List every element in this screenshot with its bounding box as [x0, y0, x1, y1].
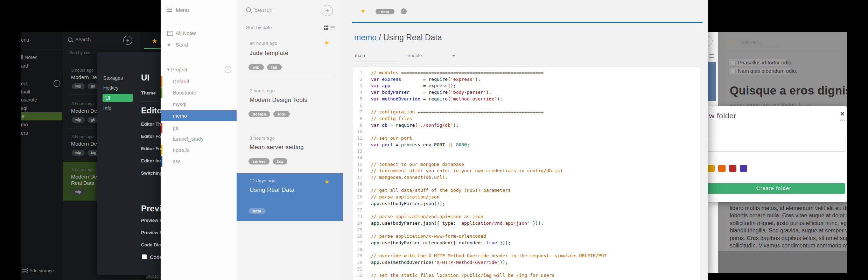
- code-line: 10: [353, 128, 700, 135]
- tab-module[interactable]: module: [406, 53, 431, 59]
- rw-header-divider: [724, 52, 847, 52]
- note-time: 12 days ago: [250, 178, 302, 184]
- note-star-icon[interactable]: ★: [324, 39, 331, 46]
- note-tags: designtool: [248, 111, 332, 118]
- settings-nav-item[interactable]: Info: [103, 105, 135, 111]
- breadcrumb-note: / Using Real Data: [377, 33, 442, 42]
- dark-new-note-button[interactable]: +: [123, 36, 132, 45]
- note-tag: tag: [273, 158, 287, 164]
- sidebar-folder-item[interactable]: laravel_study: [173, 136, 229, 142]
- modal-close-icon[interactable]: ✕: [840, 111, 846, 117]
- line-number: 22: [353, 207, 362, 214]
- note-tag: wip: [248, 64, 264, 70]
- more-options-icon[interactable]: ⋮: [706, 7, 708, 15]
- new-note-button[interactable]: +: [322, 5, 333, 16]
- dark-project-header[interactable]: ect: [21, 81, 42, 86]
- editor-tag-pill[interactable]: data: [376, 9, 394, 14]
- folder-color-bar: [161, 88, 162, 98]
- dark-folder-item[interactable]: ostnote: [21, 97, 59, 103]
- list-view-icon[interactable]: [330, 26, 335, 30]
- line-number: 23: [353, 214, 362, 220]
- line-number: 7: [353, 109, 362, 115]
- sidebar-item-all-notes[interactable]: All Notes: [176, 30, 211, 37]
- sidebar-folder-item[interactable]: Default: [173, 79, 229, 85]
- add-tag-button[interactable]: +: [401, 8, 407, 14]
- note-list: Search+Sort by datean hours ago★Jade tem…: [237, 0, 343, 280]
- dark-folder-item[interactable]: fault: [21, 89, 59, 94]
- note-card[interactable]: an hours ago★Jade templatewiptag: [237, 35, 343, 79]
- note-card[interactable]: 2 hours agoModern Design Toolsdesigntool: [237, 83, 343, 131]
- code-line: 3var app = express();: [353, 83, 700, 89]
- rw-checkbox[interactable]: [731, 69, 736, 74]
- project-collapse-icon[interactable]: [167, 69, 170, 71]
- settings-nav-item[interactable]: UI: [105, 95, 130, 101]
- dark-folder-item[interactable]: sql: [21, 105, 59, 111]
- rw-add-tag-input[interactable]: Add tag...: [741, 40, 779, 45]
- rw-checkbox[interactable]: [731, 61, 736, 65]
- sidebar-folder-item[interactable]: Boostnote: [173, 90, 229, 96]
- note-card-selected[interactable]: 12 days ago★Using Real Datadata: [237, 173, 343, 221]
- sidebar-folder-item[interactable]: git: [173, 125, 229, 131]
- dark-sidebar-item[interactable]: ard: [21, 63, 61, 69]
- folder-color-bar: [161, 123, 162, 133]
- line-number: 14: [353, 155, 362, 161]
- dark-folder-item[interactable]: mo: [21, 122, 59, 127]
- folder-color-bar: [161, 76, 162, 87]
- menu-toggle[interactable]: Menu: [176, 7, 204, 13]
- dark-sidebar-item[interactable]: ll Notes: [21, 55, 61, 61]
- editor-pane: ★data+Last updated at Jan.9, 2017 12:00⋮…: [343, 0, 708, 280]
- dark-star-icon[interactable]: ★: [152, 37, 159, 44]
- dark-header-divider: [21, 49, 161, 49]
- note-card[interactable]: 3 hours agoMean server settingservertag: [237, 131, 343, 178]
- grid-view-icon[interactable]: [324, 26, 328, 30]
- create-folder-button[interactable]: Create folder: [708, 183, 845, 194]
- dark-search-input[interactable]: Search: [75, 37, 117, 43]
- add-folder-button[interactable]: +: [225, 66, 231, 73]
- note-divider: [246, 78, 334, 78]
- line-number: 15: [353, 161, 362, 168]
- sidebar-folder-item[interactable]: mysql: [173, 102, 229, 107]
- note-star-icon[interactable]: ★: [324, 178, 331, 185]
- note-divider: [246, 129, 334, 129]
- folder-color-swatch[interactable]: [729, 165, 736, 172]
- tab-main[interactable]: main: [355, 53, 376, 59]
- dark-menu-label[interactable]: enu: [21, 37, 59, 43]
- folder-color-swatch[interactable]: [708, 165, 715, 172]
- rw-paragraph-line: sollicitudin. Vivamus condimentum commod…: [730, 243, 847, 250]
- breadcrumb-folder[interactable]: memo: [354, 33, 377, 42]
- sidebar-folder-item[interactable]: css: [173, 159, 229, 164]
- project-header[interactable]: Project: [171, 67, 199, 73]
- folder-color-swatch[interactable]: [740, 165, 747, 172]
- sidebar-item-starred[interactable]: Stard: [176, 42, 211, 48]
- search-input[interactable]: Search: [254, 7, 307, 14]
- code-line: 23// parse application/vnd.api+json as j…: [353, 214, 700, 220]
- code-checkbox[interactable]: [142, 254, 147, 259]
- add-storage-button[interactable]: Add storage: [29, 268, 64, 274]
- line-number: 20: [353, 194, 362, 201]
- line-number: 31: [353, 266, 362, 273]
- folder-name-input[interactable]: [708, 139, 846, 152]
- note-tags: servertag: [248, 158, 332, 165]
- folder-color-swatch[interactable]: [718, 165, 726, 172]
- sort-by-select[interactable]: Sort by date: [246, 25, 299, 30]
- add-snippet-tab-button[interactable]: +: [452, 52, 458, 58]
- rw-paragraph-line: sollicitudin aliquet, justo purus effici…: [730, 220, 847, 227]
- line-number: 26: [353, 233, 362, 240]
- code-editor[interactable]: 1// modules ============================…: [353, 66, 700, 280]
- rw-star-outline-icon[interactable]: ☆: [730, 38, 736, 45]
- settings-nav-item[interactable]: Storages: [103, 75, 135, 81]
- line-number: 13: [353, 148, 362, 155]
- sidebar-folder-item[interactable]: memo: [173, 113, 225, 119]
- note-tag: tool: [273, 111, 289, 117]
- dark-add-folder-button[interactable]: +: [54, 80, 60, 87]
- rw-list-view-icon[interactable]: [709, 54, 714, 58]
- dark-folder-item[interactable]: e: [22, 114, 60, 119]
- right-app-window: +☆Add tag...Phasellus id tortor odio.Nam…: [708, 32, 847, 273]
- rw-note-heading: Quisque a eros dignissim: [730, 84, 847, 99]
- sidebar-folder-item[interactable]: nodeJs: [173, 147, 229, 153]
- line-number: 4: [353, 89, 362, 96]
- settings-nav-item[interactable]: Hotkey: [103, 85, 135, 91]
- dark-folder-item[interactable]: ers: [21, 130, 59, 136]
- editor-star-button[interactable]: ★: [360, 7, 368, 14]
- rw-selected-note-sliver[interactable]: [708, 62, 716, 101]
